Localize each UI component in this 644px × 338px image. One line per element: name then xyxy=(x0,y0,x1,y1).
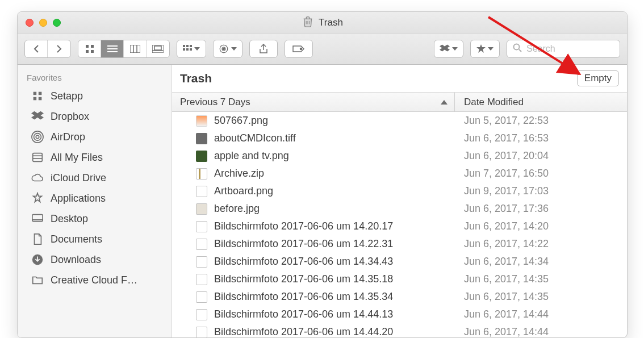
file-name: before.jpg xyxy=(214,203,260,215)
forward-button[interactable] xyxy=(48,40,70,57)
arrange-button[interactable] xyxy=(177,40,206,57)
file-row[interactable]: Bildschirmfoto 2017-06-06 um 14.44.20Jun… xyxy=(172,323,627,337)
sidebar-item-label: Documents xyxy=(51,233,102,245)
sidebar-item-all-my-files[interactable]: All My Files xyxy=(18,147,172,168)
sidebar-item-downloads[interactable]: Downloads xyxy=(18,249,172,270)
sidebar-item-airdrop[interactable]: AirDrop xyxy=(18,127,172,147)
window-body: Favorites Setapp Dropbox AirDrop xyxy=(18,65,627,337)
sidebar-item-icloud[interactable]: iCloud Drive xyxy=(18,168,172,188)
svg-rect-18 xyxy=(190,48,192,51)
sidebar-item-label: Dropbox xyxy=(51,111,89,123)
svg-rect-13 xyxy=(183,45,185,47)
file-row[interactable]: Bildschirmfoto 2017-06-06 um 14.34.43Jun… xyxy=(172,253,627,270)
file-name: Bildschirmfoto 2017-06-06 um 14.34.43 xyxy=(214,256,393,268)
file-row[interactable]: Bildschirmfoto 2017-06-06 um 14.44.13Jun… xyxy=(172,306,627,323)
file-date: Jun 6, 2017, 16:53 xyxy=(455,132,627,144)
action-group[interactable] xyxy=(213,40,242,58)
svg-point-29 xyxy=(34,133,41,141)
file-type-icon xyxy=(196,115,207,127)
file-name: Bildschirmfoto 2017-06-06 um 14.35.34 xyxy=(214,291,393,303)
sidebar-item-documents[interactable]: Documents xyxy=(18,229,172,249)
file-row[interactable]: Bildschirmfoto 2017-06-06 um 14.35.34Jun… xyxy=(172,288,627,306)
icon-view-button[interactable] xyxy=(78,40,101,57)
sidebar-item-setapp[interactable]: Setapp xyxy=(18,86,172,106)
back-button[interactable] xyxy=(25,40,48,57)
search-icon xyxy=(513,43,522,55)
dropbox-toolbar-button[interactable] xyxy=(434,40,463,58)
file-type-icon xyxy=(196,291,207,303)
file-date: Jun 7, 2017, 16:50 xyxy=(455,168,627,180)
sidebar-item-dropbox[interactable]: Dropbox xyxy=(18,106,172,127)
sidebar-item-applications[interactable]: Applications xyxy=(18,188,172,208)
svg-point-19 xyxy=(223,48,225,51)
file-row[interactable]: aboutCMDIcon.tiffJun 6, 2017, 16:53 xyxy=(172,130,627,147)
minimize-button[interactable] xyxy=(39,19,47,27)
file-date: Jun 6, 2017, 14:22 xyxy=(455,238,627,250)
file-row[interactable]: before.jpgJun 6, 2017, 17:36 xyxy=(172,200,627,218)
file-row[interactable]: Archive.zipJun 7, 2017, 16:50 xyxy=(172,165,627,182)
svg-rect-26 xyxy=(34,97,36,101)
svg-rect-14 xyxy=(186,45,189,47)
tags-button[interactable] xyxy=(285,40,313,58)
file-name: Bildschirmfoto 2017-06-06 um 14.22.31 xyxy=(214,238,393,250)
group-label: Previous 7 Days xyxy=(180,97,250,108)
sidebar-item-creative-cloud[interactable]: Creative Cloud F… xyxy=(18,270,172,290)
sidebar-section-favorites: Favorites xyxy=(18,73,172,82)
list-view-button[interactable] xyxy=(101,40,124,57)
file-type-icon xyxy=(196,256,207,268)
nav-buttons xyxy=(24,40,71,58)
file-name: Bildschirmfoto 2017-06-06 um 14.44.20 xyxy=(214,326,393,337)
svg-rect-24 xyxy=(34,92,36,95)
svg-rect-3 xyxy=(91,50,94,53)
close-button[interactable] xyxy=(26,19,34,27)
svg-marker-21 xyxy=(476,44,486,53)
file-row[interactable]: apple and tv.pngJun 6, 2017, 20:04 xyxy=(172,147,627,165)
path-header: Trash Empty xyxy=(172,65,627,93)
sidebar-item-label: Applications xyxy=(51,193,106,205)
coverflow-view-button[interactable] xyxy=(147,40,169,57)
sidebar: Favorites Setapp Dropbox AirDrop xyxy=(18,65,172,337)
file-date: Jun 6, 2017, 14:44 xyxy=(455,326,627,337)
svg-rect-7 xyxy=(130,45,140,53)
search-box[interactable] xyxy=(507,40,620,58)
fullscreen-button[interactable] xyxy=(53,19,61,27)
columns-header: Previous 7 Days Date Modified xyxy=(172,93,627,112)
column-view-button[interactable] xyxy=(124,40,147,57)
svg-rect-15 xyxy=(190,45,192,47)
chevron-down-icon xyxy=(194,47,200,51)
sidebar-item-label: Downloads xyxy=(51,254,101,266)
sidebar-item-desktop[interactable]: Desktop xyxy=(18,208,172,229)
svg-point-28 xyxy=(36,135,39,139)
share-button[interactable] xyxy=(249,40,278,58)
empty-trash-button[interactable]: Empty xyxy=(577,70,619,86)
file-name: aboutCMDIcon.tiff xyxy=(214,132,296,144)
file-date: Jun 6, 2017, 20:04 xyxy=(455,150,627,162)
sidebar-item-label: iCloud Drive xyxy=(51,172,106,184)
search-input[interactable] xyxy=(526,44,614,54)
airdrop-icon xyxy=(31,131,44,143)
window-title: Trash xyxy=(319,17,343,28)
file-row[interactable]: Bildschirmfoto 2017-06-06 um 14.20.17Jun… xyxy=(172,218,627,235)
file-date: Jun 5, 2017, 22:53 xyxy=(455,115,627,127)
file-type-icon xyxy=(196,327,207,338)
file-row[interactable]: Bildschirmfoto 2017-06-06 um 14.35.18Jun… xyxy=(172,270,627,288)
chevron-down-icon xyxy=(488,47,494,51)
file-row[interactable]: Artboard.pngJun 9, 2017, 17:03 xyxy=(172,182,627,200)
file-list[interactable]: 507667.pngJun 5, 2017, 22:53aboutCMDIcon… xyxy=(172,112,627,337)
titlebar: Trash xyxy=(18,12,627,34)
column-header-date[interactable]: Date Modified xyxy=(455,93,627,111)
file-row[interactable]: Bildschirmfoto 2017-06-06 um 14.22.31Jun… xyxy=(172,235,627,253)
column-header-name[interactable]: Previous 7 Days xyxy=(172,93,455,111)
file-type-icon xyxy=(196,151,207,162)
svg-rect-1 xyxy=(91,45,94,48)
file-name: apple and tv.png xyxy=(214,150,289,162)
action-button[interactable] xyxy=(214,40,242,57)
file-name: Bildschirmfoto 2017-06-06 um 14.44.13 xyxy=(214,308,393,320)
arrange-group[interactable] xyxy=(177,40,206,58)
file-name: Archive.zip xyxy=(214,168,264,180)
file-row[interactable]: 507667.pngJun 5, 2017, 22:53 xyxy=(172,112,627,130)
file-type-icon xyxy=(196,239,207,250)
applications-icon xyxy=(31,192,44,205)
setapp-icon xyxy=(31,90,44,102)
sync-toolbar-button[interactable] xyxy=(470,40,500,58)
